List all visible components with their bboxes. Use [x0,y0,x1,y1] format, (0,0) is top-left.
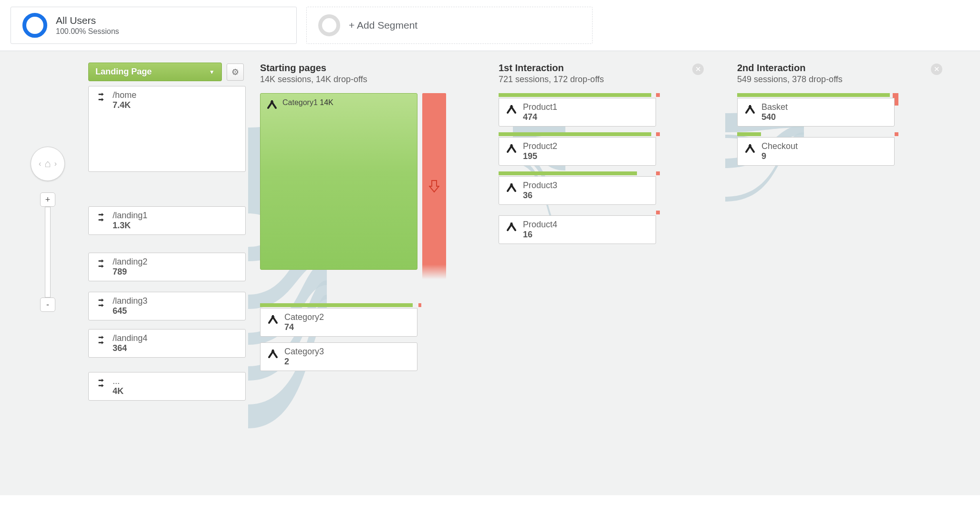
segment-bar: All Users 100.00% Sessions + Add Segment [0,0,980,51]
merge-icon [266,98,278,112]
node-value: 16 [523,230,557,240]
through-bar [499,132,651,136]
merge-icon [743,102,757,115]
node-value: 789 [113,267,147,277]
through-bar [737,132,761,136]
node-label: /landing4 [113,333,147,343]
flow-node[interactable]: Product1 474 [499,98,656,127]
remove-column-button[interactable]: ✕ [692,64,704,75]
split-icon [94,296,108,308]
merge-icon [266,347,280,359]
dropoff-bar [656,211,660,214]
node-value: 7.4K [113,100,136,110]
flow-node[interactable]: /landing3 645 [88,292,246,320]
dropoff-bar [656,93,660,97]
close-icon: ✕ [934,65,940,74]
node-label: Product4 [523,220,557,230]
through-bar [260,303,413,307]
node-value: 2 [284,357,324,367]
segment-circle-icon [318,14,340,36]
node-value: 474 [523,112,557,122]
gear-icon: ⚙ [231,67,239,77]
chevron-down-icon: ▼ [209,69,215,75]
dropoff-bar [656,132,660,136]
through-bar [499,171,637,175]
flow-canvas: ‹ ⌂ › + - Landing Page ▼ ⚙ [0,51,980,495]
dimension-select[interactable]: Landing Page ▼ [88,63,222,81]
flow-column-first: 1st Interaction 721 sessions, 172 drop-o… [499,63,737,250]
node-label: /landing2 [113,257,147,267]
column-subtitle: 14K sessions, 14K drop-offs [260,74,499,85]
segment-all-users[interactable]: All Users 100.00% Sessions [10,7,297,44]
add-segment-button[interactable]: + Add Segment [306,7,593,44]
flow-node[interactable]: /landing2 789 [88,253,246,281]
flow-node[interactable]: Checkout 9 [737,137,895,166]
dropoff-bar[interactable] [422,93,446,279]
node-label: /landing1 [113,211,147,221]
flow-node[interactable]: Basket 540 [737,98,895,127]
node-value: 36 [523,191,557,201]
merge-icon [505,220,518,232]
merge-icon [505,102,518,115]
add-segment-label: + Add Segment [349,20,417,31]
split-icon [94,211,108,223]
flow-node[interactable]: Product2 195 [499,137,656,166]
flow-node[interactable]: Product4 16 [499,215,656,244]
node-value: 195 [523,151,557,161]
node-label: Product1 [523,102,557,112]
node-label: Checkout [761,141,798,151]
node-value: 9 [761,151,798,161]
split-icon [94,333,108,346]
node-value: 645 [113,306,147,316]
flow-column-second: 2nd Interaction 549 sessions, 378 drop-o… [737,63,976,171]
node-value: 74 [284,322,324,332]
split-icon [94,376,108,389]
column-title: Starting pages [260,63,499,74]
flow-column-start: Starting pages 14K sessions, 14K drop-of… [260,63,499,377]
node-value: 540 [761,112,788,122]
node-label: Basket [761,102,788,112]
flow-node[interactable]: ... 4K [88,372,246,401]
down-arrow-icon [429,180,439,193]
dimension-label: Landing Page [95,67,152,77]
node-label: Product2 [523,141,557,151]
through-bar [499,93,651,97]
merge-icon [505,181,518,193]
segment-subtitle: 100.00% Sessions [56,27,119,36]
split-icon [94,90,108,103]
node-label: Category2 [284,312,324,322]
node-label: /landing3 [113,296,147,306]
flow-node-big[interactable]: Category1 14K [260,93,417,270]
flow-node[interactable]: /landing4 364 [88,329,246,358]
merge-icon [743,141,757,154]
node-label: ... [113,376,124,386]
flow-node[interactable]: Category3 2 [260,342,417,371]
flow-node[interactable]: /home 7.4K [88,86,246,172]
node-label: Category1 [282,98,318,106]
dropoff-bar [895,132,898,136]
dropoff-bar [418,303,421,307]
through-bar [737,93,890,97]
merge-icon [505,141,518,154]
node-label: /home [113,90,136,100]
gear-button[interactable]: ⚙ [227,64,244,81]
node-value: 4K [113,386,124,396]
remove-column-button[interactable]: ✕ [931,64,942,75]
column-subtitle: 549 sessions, 378 drop-offs [737,74,976,85]
dropoff-bar [656,171,660,175]
merge-icon [266,312,280,325]
flow-column-landing: Landing Page ▼ ⚙ /home 7.4K /landing1 [88,63,260,406]
flow-node[interactable]: Product3 36 [499,176,656,205]
node-value: 14K [320,98,333,106]
segment-circle-icon [22,13,47,38]
flow-node[interactable]: Category2 74 [260,308,417,337]
node-value: 1.3K [113,221,147,231]
flow-node[interactable]: /landing1 1.3K [88,206,246,235]
node-label: Category3 [284,347,324,357]
close-icon: ✕ [695,65,701,74]
node-value: 364 [113,343,147,353]
column-subtitle: 721 sessions, 172 drop-offs [499,74,737,85]
node-label: Product3 [523,181,557,191]
split-icon [94,257,108,269]
segment-title: All Users [56,15,119,26]
